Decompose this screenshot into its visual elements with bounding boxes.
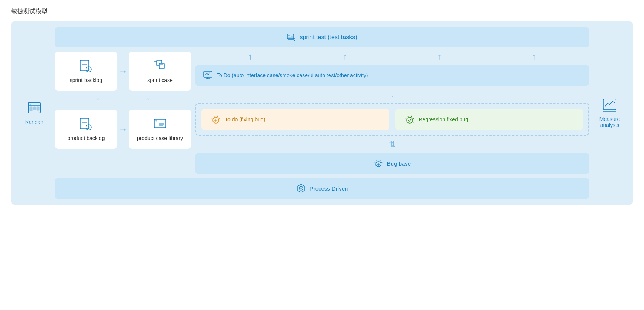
regression-label: Regression fixed bug bbox=[419, 116, 469, 122]
sprint-case-label: sprint case bbox=[147, 77, 173, 83]
up-arrow-2: ↑ bbox=[343, 52, 347, 61]
svg-line-13 bbox=[294, 40, 295, 41]
bug-orange-icon bbox=[211, 114, 221, 125]
middle-section: sprint backlog → sprint case bbox=[55, 52, 589, 174]
svg-line-58 bbox=[406, 122, 407, 122]
sprint-test-bar: sprint test (test tasks) bbox=[55, 27, 589, 47]
svg-line-49 bbox=[212, 122, 213, 122]
product-backlog-label: product backlog bbox=[68, 135, 105, 141]
left-boxes-inner: sprint backlog → sprint case bbox=[55, 52, 191, 174]
bug-base-label: Bug base bbox=[387, 160, 411, 167]
svg-line-45 bbox=[214, 116, 214, 117]
svg-rect-6 bbox=[287, 34, 294, 39]
bug-blue-icon bbox=[373, 159, 383, 168]
svg-rect-10 bbox=[288, 37, 293, 38]
sprint-case-icon bbox=[153, 59, 167, 73]
todo-fix-label: To do (fixing bug) bbox=[225, 116, 265, 122]
down-arrow-row: ↓ bbox=[195, 89, 589, 99]
svg-line-48 bbox=[219, 118, 220, 119]
sprint-row: sprint backlog → sprint case bbox=[55, 52, 191, 91]
down-arrow: ↓ bbox=[390, 89, 394, 99]
svg-rect-8 bbox=[291, 35, 293, 35]
process-icon bbox=[296, 183, 306, 193]
svg-line-65 bbox=[375, 166, 376, 166]
svg-line-62 bbox=[380, 160, 380, 162]
svg-line-59 bbox=[413, 122, 414, 122]
svg-rect-4 bbox=[37, 107, 39, 110]
up-arrow-right: ↑ bbox=[146, 95, 150, 105]
svg-line-61 bbox=[377, 160, 377, 162]
product-case-library-card: product case library bbox=[129, 110, 191, 149]
svg-line-54 bbox=[408, 116, 408, 117]
monitor-icon bbox=[203, 70, 213, 80]
product-backlog-card: product backlog bbox=[55, 110, 117, 149]
measure-col: Measure analysis bbox=[593, 27, 627, 199]
sprint-backlog-label: sprint backlog bbox=[70, 77, 102, 83]
measure-label: Measure analysis bbox=[593, 116, 627, 128]
product-backlog-icon bbox=[79, 117, 93, 131]
kanban-label: Kanban bbox=[25, 119, 43, 125]
product-row: product backlog → product bbox=[55, 110, 191, 149]
sprint-backlog-icon bbox=[79, 59, 93, 73]
page-title: 敏捷测试模型 bbox=[11, 8, 633, 15]
svg-line-66 bbox=[381, 166, 382, 166]
bug-fixing-area: To do (fixing bug) bbox=[195, 103, 589, 136]
svg-rect-14 bbox=[80, 60, 89, 71]
svg-line-56 bbox=[406, 118, 407, 119]
todo-fix-box: To do (fixing bug) bbox=[201, 109, 389, 130]
bug-base-bar: Bug base bbox=[195, 153, 589, 174]
up-arrow-4: ↑ bbox=[532, 52, 536, 61]
process-bar: Process Driven bbox=[55, 178, 589, 199]
updown-arrow-row: ⇅ bbox=[195, 140, 589, 150]
svg-rect-27 bbox=[80, 118, 89, 129]
todo-auto-bar: To Do (auto interface case/smoke case/ui… bbox=[195, 65, 589, 86]
svg-point-53 bbox=[407, 117, 413, 123]
sprint-test-label: sprint test (test tasks) bbox=[300, 34, 357, 41]
svg-line-57 bbox=[413, 118, 414, 119]
up-arrows-between: ↑ ↑ bbox=[55, 95, 191, 105]
sprint-test-icon bbox=[287, 33, 296, 42]
svg-point-71 bbox=[300, 188, 302, 189]
product-case-library-label: product case library bbox=[137, 135, 183, 141]
svg-rect-3 bbox=[33, 107, 36, 110]
svg-line-64 bbox=[381, 162, 382, 163]
row2-arrow: → bbox=[117, 124, 129, 134]
svg-text:≡: ≡ bbox=[30, 103, 31, 105]
outer-container: ≡ Kanban sprint test (test tasks) bbox=[11, 21, 633, 205]
svg-line-63 bbox=[375, 162, 376, 163]
svg-rect-2 bbox=[30, 107, 32, 111]
kanban-icon: ≡ bbox=[27, 101, 42, 116]
up-arrow-3: ↑ bbox=[437, 52, 441, 61]
right-flow: ↑ ↑ ↑ ↑ To Do (auto interface case/smoke… bbox=[195, 52, 589, 174]
up-arrow-left: ↑ bbox=[96, 95, 100, 105]
kanban-col: ≡ Kanban bbox=[17, 27, 51, 199]
arrows-row-top: ↑ ↑ ↑ ↑ bbox=[195, 52, 589, 61]
row1-arrow: → bbox=[117, 66, 129, 76]
svg-line-47 bbox=[212, 118, 213, 119]
sprint-case-card: sprint case bbox=[129, 52, 191, 91]
bug-green-icon bbox=[404, 114, 415, 125]
todo-auto-label: To Do (auto interface case/smoke case/ui… bbox=[217, 72, 368, 78]
process-driven-label: Process Driven bbox=[310, 185, 348, 192]
svg-line-55 bbox=[411, 116, 412, 117]
main-area: sprint test (test tasks) bbox=[55, 27, 589, 199]
up-arrow-1: ↑ bbox=[248, 52, 252, 61]
svg-rect-9 bbox=[291, 36, 293, 37]
svg-line-46 bbox=[217, 116, 218, 117]
svg-line-50 bbox=[219, 122, 220, 122]
updown-arrow: ⇅ bbox=[389, 140, 396, 150]
svg-point-37 bbox=[155, 120, 157, 122]
sprint-backlog-card: sprint backlog bbox=[55, 52, 117, 91]
measure-icon bbox=[602, 98, 617, 113]
product-case-library-icon bbox=[153, 117, 167, 131]
regression-box: Regression fixed bug bbox=[395, 109, 583, 130]
svg-rect-7 bbox=[288, 35, 290, 36]
